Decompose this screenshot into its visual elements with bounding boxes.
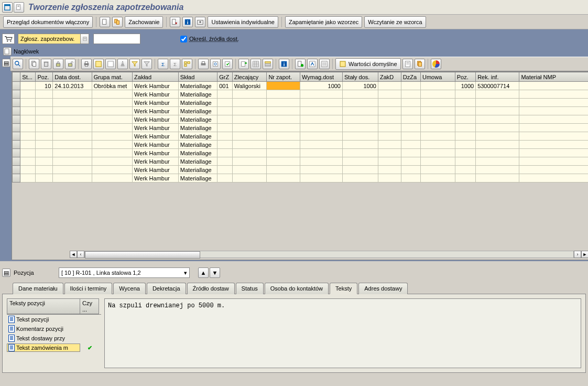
col-header[interactable]: GrZ [217,72,232,82]
grid-cell[interactable] [401,90,420,99]
grid-cell[interactable] [36,174,53,183]
grid-cell[interactable]: Werk Hambur [133,157,179,166]
grid-cell[interactable] [401,166,420,174]
deselect-icon[interactable] [105,59,116,69]
col-header[interactable]: St... [20,72,36,82]
col-header[interactable]: Nr zapot. [267,72,300,82]
sort-asc-icon[interactable] [117,59,128,69]
expand-header-icon[interactable] [3,47,12,56]
grid-cell[interactable] [519,99,588,107]
position-select[interactable]: [ 10 ] R-101 , Linka stalowa 1,2 ▾ [59,267,190,278]
tab-osoba-do-kontakt-w[interactable]: Osoba do kontaktów [265,283,329,294]
grid-cell[interactable] [519,107,588,115]
grid-cell[interactable] [267,107,300,115]
text-content-area[interactable]: Na szpuli drewnianej po 5000 m. [104,298,581,368]
grid-cell[interactable] [401,115,420,124]
grid-cell[interactable] [401,174,420,183]
scroll-left-icon[interactable]: ‹ [77,251,84,258]
grid-cell[interactable] [267,166,300,174]
grid-cell[interactable]: Materiallage [178,132,217,141]
grid-cell[interactable] [343,157,378,166]
grid-cell[interactable] [420,166,455,174]
grid-cell[interactable]: Materiallage [178,90,217,99]
grid-cell[interactable] [20,90,36,99]
grid-cell[interactable] [401,99,420,107]
grid-cell[interactable] [420,82,455,90]
grid-cell[interactable] [420,107,455,115]
grid-cell[interactable] [53,99,92,107]
abc-icon[interactable] [182,59,192,69]
grid-cell[interactable]: 5300007714 [476,82,519,90]
attach-icon[interactable] [295,59,306,69]
grid-cell[interactable]: Waligorski [232,82,267,90]
grid-cell[interactable] [378,141,401,149]
grid-cell[interactable] [378,149,401,157]
grid-cell[interactable] [20,132,36,141]
grid-cell[interactable] [232,141,267,149]
grid-cell[interactable] [20,141,36,149]
grid-cell[interactable] [476,124,519,132]
sum-icon[interactable]: Σ [158,59,168,69]
grid-cell[interactable] [20,174,36,183]
grid-cell[interactable] [420,132,455,141]
grid-cell[interactable]: Werk Hambur [133,82,179,90]
grid-cell[interactable] [217,90,232,99]
grid-cell[interactable] [420,99,455,107]
grid-cell[interactable] [20,107,36,115]
grid-cell[interactable] [476,90,519,99]
grid-cell[interactable] [455,124,475,132]
tab-adres-dostawy[interactable]: Adres dostawy [358,283,408,294]
grid-cell[interactable] [232,124,267,132]
grid-cell[interactable] [20,157,36,166]
tab-dekretacja[interactable]: Dekretacja [147,283,186,294]
grid-cell[interactable]: Materiallage [178,82,217,90]
doc-number-input[interactable] [93,34,140,44]
grid-cell[interactable] [36,157,53,166]
grid-cell[interactable] [476,166,519,174]
grid-cell[interactable] [36,149,53,157]
grid-cell[interactable] [267,174,300,183]
grid-cell[interactable] [92,149,132,157]
col-header[interactable]: Zlecający [232,72,267,82]
grid-cell[interactable] [343,166,378,174]
grid-cell[interactable] [343,174,378,183]
filter-del-icon[interactable] [141,59,152,69]
select-all-icon[interactable] [93,59,104,69]
grid-cell[interactable] [420,141,455,149]
grid-cell[interactable] [476,107,519,115]
grid-cell[interactable] [378,174,401,183]
spreadsheet-icon[interactable] [251,59,261,69]
grid-cell[interactable] [53,132,92,141]
grid-cell[interactable]: 24.10.2013 [53,82,92,90]
grid-cell[interactable] [378,99,401,107]
col-header[interactable]: Stały dos. [343,72,378,82]
tab-teksty[interactable]: Teksty [330,283,357,294]
grid-cell[interactable] [378,157,401,166]
grid-cell[interactable] [232,157,267,166]
row-selector[interactable] [13,99,20,107]
grid-cell[interactable] [401,132,420,141]
row-selector[interactable] [13,166,20,174]
grid-cell[interactable] [20,115,36,124]
doc-type-select[interactable]: Zgłosz. zapotrzebow. [18,34,89,44]
grid-cell[interactable] [232,174,267,183]
save-button[interactable]: Zachowanie [125,16,163,28]
grid-cell[interactable] [20,149,36,157]
print-icon[interactable] [81,59,92,69]
col-header[interactable]: Zakład [133,72,179,82]
grid-cell[interactable] [420,149,455,157]
grid-cell[interactable] [267,149,300,157]
subtotal-icon[interactable]: Σ [170,59,180,69]
grid-cell[interactable]: Werk Hambur [133,90,179,99]
cart-icon[interactable] [2,34,15,44]
source-determine-checkbox[interactable] [180,36,187,42]
grid-cell[interactable] [217,157,232,166]
tab-wycena[interactable]: Wycena [113,283,146,294]
grid-cell[interactable] [217,149,232,157]
col-header[interactable]: Umowa [420,72,455,82]
copy2-icon[interactable] [415,59,425,69]
text-type-item[interactable]: Tekst zamówienia m✔ [7,343,101,352]
grid-cell[interactable] [92,141,132,149]
grid-hscroll[interactable]: ◄ ‹ › ► [12,250,588,259]
grid-cell[interactable]: Werk Hambur [133,132,179,141]
